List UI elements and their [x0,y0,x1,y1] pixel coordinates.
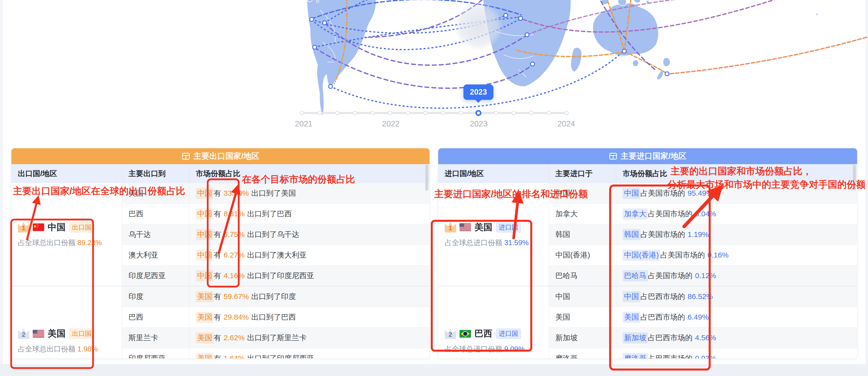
country-chip: 中国 [196,250,214,261]
import-table-panel: 主要进口国家/地区 进口国/地区 主要进口于 市场份额占比 1 美国 进口国 占… [438,148,857,358]
share-cell: 中国占美国市场的95.49% [616,183,857,203]
table-row: 巴哈马 巴哈马占美国市场的0.12% [549,265,857,286]
destination-cell: 乌干达 [122,229,189,240]
exporter-card-usa: 2 美国 出口国 占全球总出口份额1.98% [11,286,122,358]
import-table-header: 主要进口国家/地区 [438,148,857,164]
scrollbar-thumb[interactable] [853,165,856,191]
footer-strip [0,364,868,376]
table-icon [182,152,190,161]
flag-brazil-icon [460,330,471,338]
global-share-line: 占全球总进口份额31.59% [445,238,549,248]
source-cell: 韩国 [549,229,616,240]
share-cell: 摩洛哥占巴西市场的0.93% [616,348,857,358]
timeline-dot[interactable] [370,111,375,115]
country-name: 美国 [48,327,65,340]
timeline-dot[interactable] [352,111,357,115]
share-cell: 中国有6.27%出口到了澳大利亚 [189,245,430,265]
importer-tag: 进口国 [496,222,521,233]
share-label: 占全球总进口份额 [445,239,502,247]
country-chip: 美国 [196,353,214,359]
country-chip: 中国(香港) [623,250,660,261]
importer-card-brazil: 2 巴西 进口国 占全球总进口份额9.09% [438,286,549,358]
timeline-dot[interactable] [529,111,533,115]
timeline-dot[interactable] [494,111,498,115]
share-cell: 中国有6.75%出口到了乌干达 [189,224,430,244]
timeline-track[interactable] [302,112,566,114]
table-row: 中国 中国占巴西市场的86.52% [549,286,857,307]
share-cell: 新加坡占巴西市场的4.56% [616,327,857,348]
rank-2-crown-badge: 2 [445,328,456,339]
source-cell: 中国 [549,292,616,302]
share-cell: 美国占巴西市场的6.49% [616,307,857,327]
rank-1-crown-badge: 1 [445,222,456,232]
country-chip: 中国 [196,270,214,281]
year-label: 2021 [295,119,312,128]
export-table-panel: 主要出口国家/地区 出口国/地区 主要出口到 市场份额占比 1 中国 出口国 占… [11,148,430,358]
timeline-dot[interactable] [300,111,304,115]
exporter-group-china: 1 中国 出口国 占全球总出口份额89.23% 美国 中国有33.80%出口到了… [11,183,430,286]
year-label: 2023 [470,119,487,128]
country-chip: 中国 [196,188,214,199]
share-cell: 美国有2.62%出口到了斯里兰卡 [189,327,430,348]
timeline-dot[interactable] [388,111,392,115]
destination-cell: 印度尼西亚 [122,271,189,281]
share-value: 9.09% [504,345,525,353]
share-label: 占全球总出口份额 [18,345,75,353]
column-header: 主要出口到 [122,164,189,183]
country-name: 中国 [48,221,65,233]
table-row: 中国(香港) 中国(香港)占美国市场的0.16% [549,244,857,265]
destination-cell: 印度尼西亚 [122,353,189,359]
flag-usa-icon [33,330,44,338]
year-tooltip: 2023 [464,84,494,100]
exporter-tag: 出口国 [69,222,94,233]
share-cell: 美国有1.64%出口到了印度尼西亚 [189,348,430,358]
share-cell: 中国有4.16%出口到了印度尼西亚 [189,265,430,286]
timeline-dot[interactable] [406,111,410,115]
share-value: 1.98% [78,345,98,353]
source-cell: 中国 [549,188,616,198]
share-cell: 加拿大占美国市场的3.04% [616,204,857,224]
share-cell: 中国有8.81%出口到了巴西 [189,204,430,224]
year-label: 2022 [382,119,400,128]
source-cell: 巴哈马 [549,271,616,281]
timeline-dot[interactable] [564,111,569,115]
country-chip: 美国 [623,312,641,323]
column-header: 进口国/地区 [438,164,549,183]
export-table-title: 主要出口国家/地区 [193,151,259,162]
share-value: 31.59% [504,239,529,247]
share-label: 占全球总进口份额 [445,345,502,353]
country-chip: 加拿大 [623,208,648,220]
table-icon [609,152,617,161]
country-chip: 中国 [623,188,641,199]
destination-cell: 斯里兰卡 [122,333,189,343]
exporter-group-usa: 2 美国 出口国 占全球总出口份额1.98% 印度 美国有59.67%出口到了印… [11,286,430,358]
table-row: 斯里兰卡 美国有2.62%出口到了斯里兰卡 [122,327,430,348]
timeline-dot[interactable] [512,111,516,115]
table-row: 印度尼西亚 美国有1.64%出口到了印度尼西亚 [122,348,430,358]
share-cell: 美国有59.67%出口到了印度 [189,286,430,307]
page: 2023 2021 2022 2023 2024 主要出口国家/地区 出口国/地… [0,0,868,376]
country-chip: 中国 [196,208,214,220]
global-share-line: 占全球总进口份额9.09% [445,344,549,354]
timeline-dot-active[interactable] [475,110,482,116]
country-chip: 中国 [623,291,641,302]
table-row: 印度尼西亚 中国有4.16%出口到了印度尼西亚 [122,265,430,286]
table-row: 加拿大 加拿大占美国市场的3.04% [549,203,857,224]
timeline-dot[interactable] [335,111,339,115]
timeline-dot[interactable] [423,111,428,115]
scrollbar-thumb[interactable] [425,165,428,191]
destination-cell: 美国 [122,188,189,198]
timeline-dot[interactable] [459,111,463,115]
export-columns-header: 出口国/地区 主要出口到 市场份额占比 [11,164,430,183]
timeline-dot[interactable] [441,111,445,115]
timeline-dot[interactable] [317,111,322,115]
table-row: 新加坡 新加坡占巴西市场的4.56% [549,327,857,348]
flag-usa-icon [460,223,471,231]
country-chip: 美国 [196,312,214,323]
importer-tag: 进口国 [496,328,521,339]
exporter-card-china: 1 中国 出口国 占全球总出口份额89.23% [11,183,122,286]
table-row: 澳大利亚 中国有6.27%出口到了澳大利亚 [122,244,430,265]
timeline-dot[interactable] [547,111,551,115]
share-cell: 中国占巴西市场的86.52% [616,286,857,307]
column-header: 出口国/地区 [11,164,122,183]
